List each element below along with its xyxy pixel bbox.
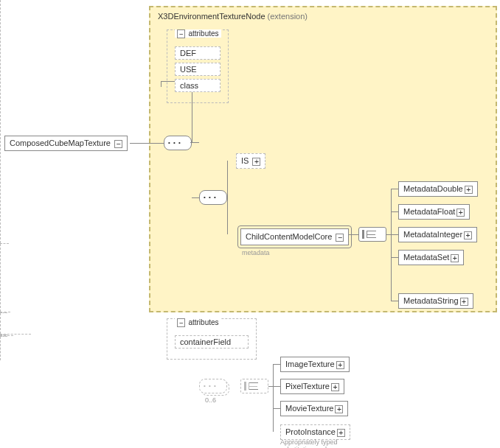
metadata-integer[interactable]: MetadataInteger+ <box>398 227 477 242</box>
extension-title: X3DEnvironmentTextureNode (extension) <box>158 12 308 21</box>
connector <box>391 234 398 235</box>
connector <box>161 81 162 87</box>
connector-dashed <box>0 336 7 337</box>
choice-indicator-optional <box>240 379 268 393</box>
expand-icon[interactable]: + <box>456 209 465 217</box>
label: ImageTexture <box>285 360 335 368</box>
label: PixelTexture <box>285 382 330 391</box>
label: ProtoInstance <box>285 427 336 436</box>
collapse-icon[interactable]: − <box>336 234 344 242</box>
metadata-sublabel: metadata <box>242 249 270 256</box>
root-element-label: ComposedCubeMapTexture <box>10 139 111 147</box>
attribute-containerfield[interactable]: containerField <box>175 335 249 349</box>
child-content-model-core[interactable]: ChildContentModelCore − <box>240 228 349 245</box>
label: MetadataDouble <box>403 184 463 193</box>
connector-dashed <box>0 243 9 244</box>
connector <box>391 257 398 258</box>
collapse-icon[interactable]: − <box>114 140 122 148</box>
root-element[interactable]: ComposedCubeMapTexture − <box>4 136 128 151</box>
expand-icon[interactable]: + <box>335 405 343 413</box>
connector-dashed <box>0 312 7 313</box>
metadata-double[interactable]: MetadataDouble+ <box>398 181 478 197</box>
connector-dashed <box>0 244 1 312</box>
movie-texture[interactable]: MovieTexture+ <box>280 401 348 416</box>
connector <box>391 189 398 189</box>
metadata-string[interactable]: MetadataString+ <box>398 293 473 309</box>
group-container: ChildContentModelCore − <box>237 225 352 248</box>
expand-icon[interactable]: + <box>464 231 472 239</box>
connector <box>273 364 274 432</box>
connector <box>391 257 392 280</box>
image-texture[interactable]: ImageTexture+ <box>280 357 350 372</box>
connector <box>273 386 280 387</box>
metadata-float[interactable]: MetadataFloat+ <box>398 204 470 220</box>
is-element-label: IS <box>241 156 249 165</box>
pixel-texture[interactable]: PixelTexture+ <box>280 379 344 394</box>
connector-dashed <box>0 337 1 360</box>
connector <box>391 301 398 301</box>
connector <box>348 234 358 235</box>
sequence-indicator: • • • <box>199 190 227 205</box>
connector <box>391 211 398 212</box>
sequence-indicator-optional: • • • <box>199 379 227 393</box>
attributes-panel-lower: −attributes containerField <box>167 318 257 360</box>
schema-diagram: X3DEnvironmentTextureNode (extension) Co… <box>0 0 500 448</box>
proto-instance[interactable]: ProtoInstance+ <box>280 424 350 440</box>
expand-icon[interactable]: + <box>465 186 473 194</box>
label: MetadataFloat <box>403 207 455 216</box>
expand-icon[interactable]: + <box>451 254 459 262</box>
attributes-panel: −attributes DEF USE class <box>167 29 229 103</box>
attributes-heading: −attributes <box>175 29 221 38</box>
minus-icon[interactable]: − <box>177 29 185 38</box>
attributes-heading: −attributes <box>175 318 221 326</box>
child-content-label: ChildContentModelCore <box>246 232 332 241</box>
label: MovieTexture <box>285 404 333 413</box>
sequence-indicator: • • • <box>164 136 192 150</box>
expand-icon[interactable]: + <box>336 361 344 369</box>
attribute-class[interactable]: class <box>175 79 221 92</box>
expand-icon[interactable]: + <box>331 383 339 391</box>
expand-icon[interactable]: + <box>460 298 468 306</box>
connector <box>273 408 280 409</box>
connector <box>391 189 392 301</box>
expand-icon[interactable]: + <box>337 429 345 437</box>
is-element[interactable]: IS + <box>236 153 265 169</box>
expand-icon[interactable]: + <box>252 158 260 166</box>
attribute-def[interactable]: DEF <box>175 46 221 60</box>
label: MetadataString <box>403 296 459 305</box>
textures-note: Appropriately typedsubstitution node <box>280 439 338 448</box>
label: MetadataSet <box>403 253 449 262</box>
attribute-use[interactable]: USE <box>175 63 221 76</box>
minus-icon[interactable]: − <box>177 318 185 327</box>
connector <box>190 142 199 143</box>
connector <box>192 197 199 198</box>
connector <box>0 313 1 334</box>
connector <box>227 161 228 234</box>
cardinality-label: 0..6 <box>205 396 216 404</box>
metadata-set[interactable]: MetadataSet+ <box>398 250 464 265</box>
connector-dashed <box>0 0 1 243</box>
connector <box>130 143 164 144</box>
label: MetadataInteger <box>403 230 462 239</box>
connector <box>273 364 280 365</box>
choice-indicator <box>358 227 386 242</box>
